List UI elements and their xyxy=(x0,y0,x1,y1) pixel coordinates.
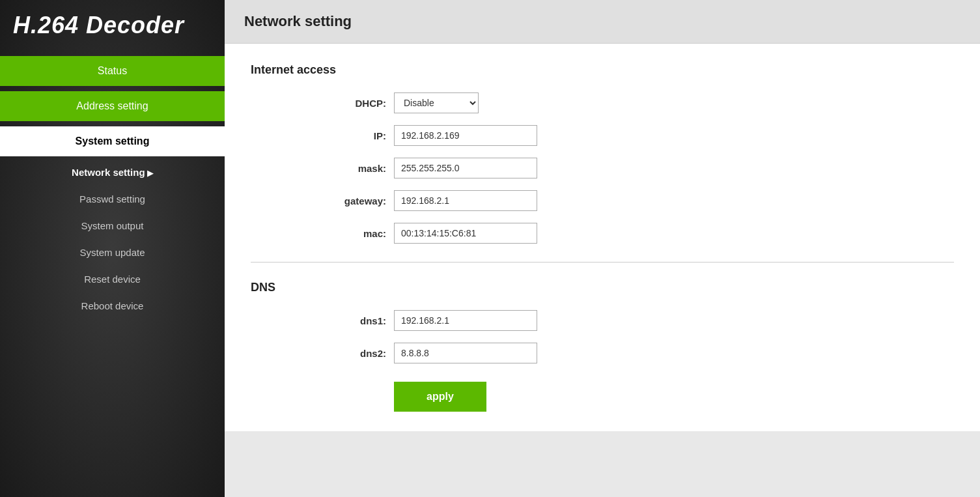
content-area: Internet access DHCP: Disable Enable IP:… xyxy=(225,44,980,431)
dns1-label: dns1: xyxy=(251,315,394,326)
address-setting-button[interactable]: Address setting xyxy=(0,91,225,121)
dns2-row: dns2: xyxy=(251,343,954,363)
sidebar-item-reboot-device[interactable]: Reboot device xyxy=(0,292,225,319)
system-setting-label[interactable]: System setting xyxy=(0,126,225,156)
gateway-input[interactable] xyxy=(394,190,537,211)
page-header: Network setting xyxy=(225,0,980,44)
mac-row: mac: xyxy=(251,223,954,244)
sidebar-item-system-output[interactable]: System output xyxy=(0,212,225,239)
section-divider xyxy=(251,262,954,263)
mask-row: mask: xyxy=(251,158,954,178)
sidebar-item-passwd-setting[interactable]: Passwd setting xyxy=(0,186,225,212)
dhcp-select[interactable]: Disable Enable xyxy=(394,92,479,113)
sidebar-item-network-setting[interactable]: Network setting xyxy=(0,159,225,186)
gateway-row: gateway: xyxy=(251,190,954,211)
sidebar-item-reset-device[interactable]: Reset device xyxy=(0,266,225,292)
dhcp-row: DHCP: Disable Enable xyxy=(251,92,954,113)
sidebar: H.264 Decoder Status Address setting Sys… xyxy=(0,0,225,497)
dns1-row: dns1: xyxy=(251,310,954,331)
main-content: Network setting Internet access DHCP: Di… xyxy=(225,0,980,497)
ip-label: IP: xyxy=(251,130,394,141)
mask-label: mask: xyxy=(251,163,394,174)
page-title: Network setting xyxy=(244,13,960,30)
apply-button[interactable]: apply xyxy=(394,382,486,412)
dns-title: DNS xyxy=(251,281,954,294)
ip-row: IP: xyxy=(251,125,954,146)
dns2-input[interactable] xyxy=(394,343,537,363)
system-setting-submenu: Network setting Passwd setting System ou… xyxy=(0,159,225,319)
status-button[interactable]: Status xyxy=(0,56,225,86)
mask-input[interactable] xyxy=(394,158,537,178)
ip-input[interactable] xyxy=(394,125,537,146)
sidebar-item-system-update[interactable]: System update xyxy=(0,239,225,266)
mac-label: mac: xyxy=(251,228,394,239)
dhcp-label: DHCP: xyxy=(251,98,394,109)
internet-access-title: Internet access xyxy=(251,63,954,77)
dns2-label: dns2: xyxy=(251,348,394,359)
dns1-input[interactable] xyxy=(394,310,537,331)
app-logo: H.264 Decoder xyxy=(0,0,225,53)
gateway-label: gateway: xyxy=(251,195,394,206)
mac-input[interactable] xyxy=(394,223,537,244)
